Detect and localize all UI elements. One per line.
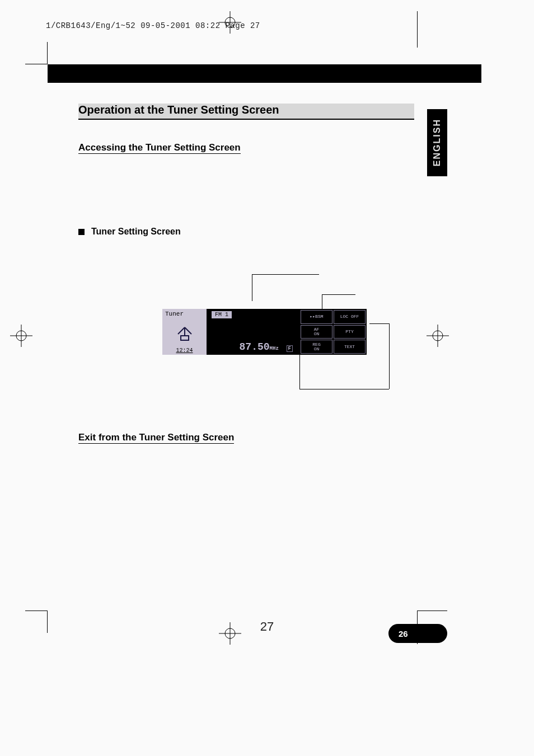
callout-line <box>369 323 389 324</box>
tuner-screen: Tuner 12:24 FM 1 87.50MHz F ▸▸BSM LOC OF… <box>162 309 367 355</box>
svg-line-13 <box>178 327 185 334</box>
callout-line <box>299 389 350 389</box>
callout-line <box>389 323 390 389</box>
section-title: Operation at the Tuner Setting Screen <box>78 104 414 120</box>
bullet-square-icon <box>78 229 85 235</box>
band-indicator: FM 1 <box>212 311 232 318</box>
callout-line <box>252 274 252 301</box>
bsm-button[interactable]: ▸▸BSM <box>301 310 332 324</box>
subsection-exit: Exit from the Tuner Setting Screen <box>78 432 234 444</box>
pty-button[interactable]: PTY <box>334 325 366 339</box>
tuner-button-grid: ▸▸BSM LOC OFF AF ON PTY REG ON TEXT <box>299 309 367 355</box>
registration-mark-right <box>427 325 449 349</box>
footer-page-number: 27 <box>0 619 534 634</box>
crop-mark-tr <box>417 11 418 48</box>
tuner-mid-panel: FM 1 87.50MHz F <box>207 309 299 355</box>
f-flag: F <box>287 345 293 352</box>
svg-line-14 <box>185 327 191 334</box>
crop-mark-tl <box>25 42 48 64</box>
text-button[interactable]: TEXT <box>334 340 366 354</box>
bullet-row: Tuner Setting Screen <box>78 227 414 237</box>
tuner-left-panel: Tuner 12:24 <box>162 309 207 355</box>
main-content: Operation at the Tuner Setting Screen Ac… <box>78 104 414 237</box>
top-black-bar <box>48 64 481 83</box>
subsection-accessing: Accessing the Tuner Setting Screen <box>78 142 241 154</box>
subsection-exit-wrap: Exit from the Tuner Setting Screen <box>78 414 234 444</box>
crop-mark-br-h <box>418 611 447 611</box>
loc-off-button[interactable]: LOC OFF <box>334 310 366 324</box>
bullet-label: Tuner Setting Screen <box>91 227 181 237</box>
callout-line <box>299 353 300 389</box>
registration-mark-left <box>10 325 32 349</box>
tuner-figure: Tuner 12:24 FM 1 87.50MHz F ▸▸BSM LOC OF… <box>162 274 389 397</box>
antenna-icon <box>162 319 207 348</box>
language-label: ENGLISH <box>432 119 442 166</box>
registration-mark-top <box>219 11 241 36</box>
reg-on-button[interactable]: REG ON <box>301 340 332 354</box>
language-tab: ENGLISH <box>427 109 447 176</box>
clock-value: 12:24 <box>162 348 207 355</box>
callout-line <box>350 389 389 389</box>
svg-rect-15 <box>181 336 189 340</box>
callout-line <box>252 274 319 275</box>
af-on-button[interactable]: AF ON <box>301 325 332 339</box>
tuner-label: Tuner <box>162 309 207 319</box>
callout-line <box>322 294 355 295</box>
frequency-value: 87.50MHz F <box>212 341 295 353</box>
